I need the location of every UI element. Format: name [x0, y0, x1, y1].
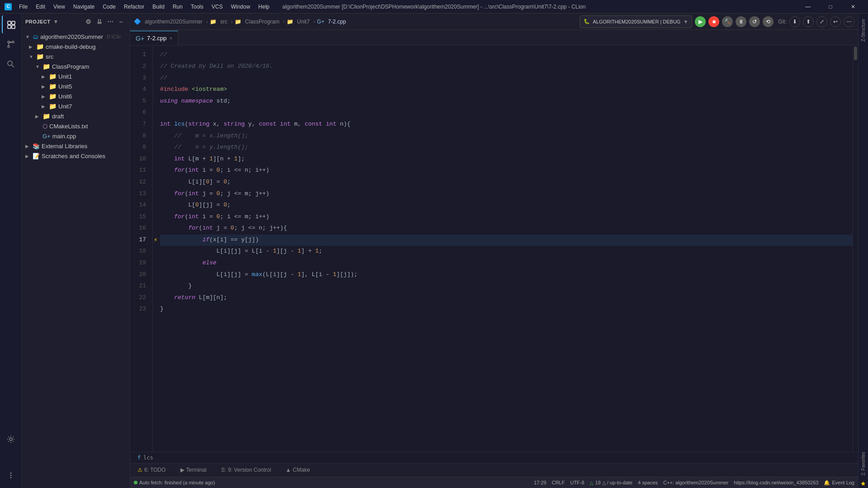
bc-project[interactable]: algorithem2020Summer: [143, 18, 204, 26]
tree-item-unit1[interactable]: ▶ 📁 Unit1: [22, 71, 130, 81]
pause-button[interactable]: ⏸: [736, 16, 746, 27]
menu-run[interactable]: Run: [169, 3, 186, 11]
menu-vcs[interactable]: VCS: [208, 3, 226, 11]
tree-item-root[interactable]: ▼ 🗂 algorithem2020Summer D:\Clic: [22, 32, 130, 42]
code-line-17: ⚡ if(x[i] == y[j]): [160, 235, 853, 246]
editor-scrollbar[interactable]: [853, 46, 858, 452]
maximize-button[interactable]: □: [820, 0, 841, 14]
run-button[interactable]: ▶: [695, 16, 706, 27]
build-button[interactable]: 🔨: [722, 16, 733, 27]
bc-classprogram[interactable]: ClassProgram: [243, 18, 281, 26]
tree-label-maincpp: main.cpp: [52, 133, 76, 140]
close-button[interactable]: ✕: [843, 0, 863, 14]
code-token: ;: [227, 201, 231, 210]
reload-button[interactable]: ↺: [749, 16, 760, 27]
scrollbar-thumb[interactable]: [854, 47, 857, 60]
bc-file[interactable]: 7-2.cpp: [326, 18, 348, 26]
sidebar-scroll-icon[interactable]: ⇊: [94, 17, 104, 27]
menu-navigate[interactable]: Navigate: [70, 3, 98, 11]
line-num-20: 20: [130, 269, 149, 281]
folder-icon-draft: 📁: [42, 113, 50, 120]
status-indent[interactable]: 4 spaces: [638, 480, 658, 485]
tree-item-maincpp[interactable]: ▶ G+ main.cpp: [22, 131, 130, 141]
code-token: L[m][n];: [195, 293, 227, 303]
code-token: 0: [206, 178, 209, 187]
stop-button[interactable]: ■: [708, 16, 719, 27]
activity-settings-icon[interactable]: [2, 430, 20, 448]
tree-item-unit5[interactable]: ▶ 📁 Unit5: [22, 81, 130, 91]
code-line-14: L[0][j] = 0;: [160, 200, 853, 211]
code-token: 1: [297, 270, 301, 280]
bottom-tab-vcs[interactable]: S: 9: Version Control: [217, 464, 275, 477]
activity-project-icon[interactable]: [2, 15, 20, 33]
tree-item-cmake-build[interactable]: ▶ 📁 cmake-build-debug: [22, 42, 130, 52]
run-config-selector[interactable]: 🐛 ALGORITHEM2020SUMMER | DEBUG ▼: [580, 15, 692, 28]
sidebar-collapse-icon[interactable]: –: [116, 17, 126, 27]
git-revert-icon[interactable]: ↩: [830, 16, 841, 27]
code-token: [160, 258, 203, 268]
bottom-tab-todo[interactable]: ⚠ 6: TODO: [134, 464, 170, 477]
status-fetch[interactable]: Auto fetch: finished (a minute ago): [134, 480, 215, 485]
status-encoding[interactable]: UTF-8: [570, 480, 584, 485]
activity-git-icon[interactable]: [2, 35, 20, 53]
code-token: [170, 120, 174, 129]
code-token: ] +: [301, 247, 315, 256]
menu-help[interactable]: Help: [255, 3, 273, 11]
tab-close-button[interactable]: ×: [169, 35, 172, 42]
status-lang[interactable]: C++: algorithem2020Summer: [663, 480, 728, 485]
menu-view[interactable]: View: [50, 3, 69, 11]
git-update-icon[interactable]: ⬇: [789, 16, 800, 27]
tree-label-ext-libs: External Libraries: [42, 143, 87, 150]
status-line-ending[interactable]: CRLF: [552, 480, 565, 485]
tree-item-classprogram[interactable]: ▼ 📁 ClassProgram: [22, 61, 130, 71]
menu-file[interactable]: File: [15, 3, 31, 11]
right-star-icon[interactable]: ★: [860, 479, 866, 488]
activity-extra-icon[interactable]: [2, 466, 20, 484]
line-num-10: 10: [130, 153, 149, 165]
status-event-log[interactable]: 🔔 Event Log: [824, 480, 854, 486]
bc-unit7[interactable]: Unit7: [295, 18, 311, 26]
tree-item-ext-libs[interactable]: ▶ 📚 External Libraries: [22, 141, 130, 151]
code-line-1: //: [160, 49, 853, 61]
tree-item-src[interactable]: ▼ 📁 src: [22, 52, 130, 61]
code-line-18: L[i][j] = L[i - 1][j - 1] + 1;: [160, 246, 853, 258]
bc-src[interactable]: src: [218, 18, 229, 26]
tree-item-cmakelists[interactable]: ▶ ⬡ CMakeLists.txt: [22, 121, 130, 131]
history-button[interactable]: ⟲: [763, 16, 774, 27]
tree-label-cmakelists: CMakeLists.txt: [49, 123, 88, 130]
git-diff-icon[interactable]: ⤢: [816, 16, 827, 27]
tree-item-unit6[interactable]: ▶ 📁 Unit6: [22, 91, 130, 101]
menu-window[interactable]: Window: [227, 3, 254, 11]
menu-code[interactable]: Code: [99, 3, 119, 11]
tree-item-draft[interactable]: ▶ 📁 draft: [22, 111, 130, 121]
menu-edit[interactable]: Edit: [32, 3, 49, 11]
bottom-tab-cmake[interactable]: ▲ CMake: [282, 464, 314, 477]
status-blog[interactable]: https://blog.csdn.net/weixin_43850263: [734, 480, 818, 485]
sidebar-settings-icon[interactable]: ⚙: [84, 17, 94, 27]
config-dropdown-icon[interactable]: ▼: [683, 19, 688, 24]
code-token: if: [203, 235, 210, 245]
minimize-button[interactable]: —: [797, 0, 818, 14]
git-more-icon[interactable]: ⋯: [844, 16, 854, 27]
right-tab-zstructure[interactable]: Z-Structure: [859, 15, 868, 45]
tree-item-scratches[interactable]: ▶ 📝 Scratches and Consoles: [22, 151, 130, 161]
menu-refactor[interactable]: Refactor: [120, 3, 148, 11]
menu-build[interactable]: Build: [149, 3, 168, 11]
status-cursor[interactable]: 17:29: [534, 480, 547, 485]
code-line-10: int L[m + 1][n + 1];: [160, 153, 853, 165]
git-push-icon[interactable]: ⬆: [803, 16, 814, 27]
activity-find-icon[interactable]: [2, 55, 20, 73]
code-token: (L[i][j -: [262, 270, 297, 280]
code-content[interactable]: // // Created by Dell on 2020/4/16. // #…: [153, 46, 853, 452]
sidebar-more-icon[interactable]: ⋯: [105, 17, 115, 27]
right-tab-favorites[interactable]: 2: Favorites: [859, 448, 868, 479]
line-num-8: 8: [130, 130, 149, 142]
editor-tab-72cpp[interactable]: G+ 7-2.cpp ×: [130, 31, 178, 45]
bottom-tab-terminal[interactable]: ▶ Terminal: [177, 464, 210, 477]
code-token: ][n +: [213, 155, 234, 164]
tree-item-unit7[interactable]: ▶ 📁 Unit7: [22, 101, 130, 111]
code-line-21: }: [160, 281, 853, 292]
menu-tools[interactable]: Tools: [187, 3, 207, 11]
code-token: i =: [199, 212, 217, 222]
status-git-changes[interactable]: △ 19 △ / up-to-date: [590, 480, 632, 486]
